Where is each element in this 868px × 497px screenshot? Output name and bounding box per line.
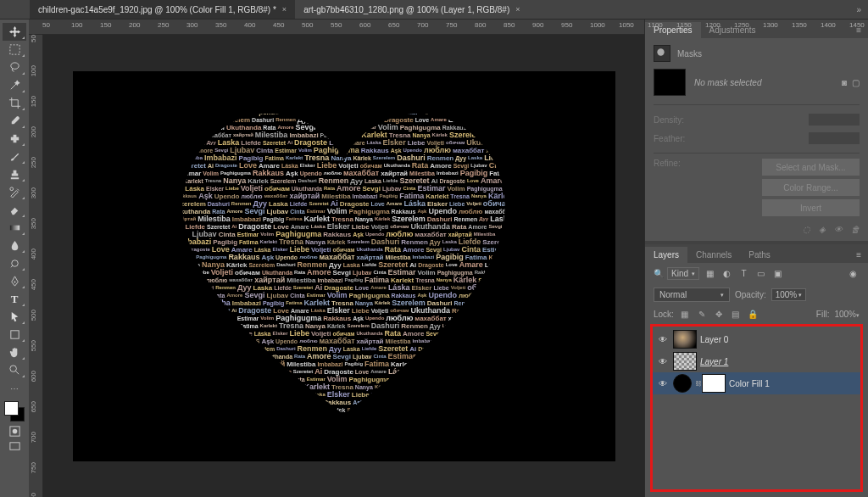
- ruler-vertical[interactable]: 5010015020025030035040045050055060065070…: [29, 35, 43, 497]
- svg-rect-8: [10, 331, 18, 338]
- opacity-input[interactable]: 100%▾: [771, 288, 807, 301]
- tab-label: children-gac14a5e9f_1920.jpg @ 100% (Col…: [38, 5, 276, 14]
- apply-mask-icon[interactable]: ◈: [819, 225, 826, 234]
- masks-label: Masks: [677, 49, 702, 59]
- hand-tool[interactable]: [3, 343, 26, 361]
- document[interactable]: LoveAmareLáskaElskerLiebeVoljetiобичамUk…: [73, 71, 615, 461]
- layers-list: 👁Layer 0👁Layer 1👁⛓Color Fill 1: [650, 324, 863, 492]
- layer-mask-thumbnail[interactable]: [702, 374, 726, 393]
- layer-thumbnail[interactable]: [673, 374, 692, 393]
- type-tool[interactable]: T: [3, 290, 26, 308]
- dodge-tool[interactable]: [3, 254, 26, 272]
- move-tool[interactable]: [3, 23, 26, 41]
- svg-point-4: [9, 187, 13, 191]
- filter-shape-icon[interactable]: ▭: [754, 267, 767, 280]
- close-icon[interactable]: ×: [515, 5, 520, 14]
- svg-point-9: [9, 366, 16, 372]
- feather-label: Feather:: [654, 134, 685, 143]
- filter-smart-icon[interactable]: ▣: [771, 267, 784, 280]
- marquee-tool[interactable]: [3, 41, 26, 59]
- layer-name[interactable]: Color Fill 1: [729, 379, 857, 388]
- quick-mask-icon[interactable]: [3, 425, 26, 437]
- lock-label: Lock:: [654, 310, 674, 319]
- pixel-mask-icon[interactable]: ◙: [842, 78, 847, 87]
- eraser-tool[interactable]: [3, 201, 26, 219]
- mask-thumbnail: [654, 69, 686, 96]
- panel-menu-icon[interactable]: ≡: [849, 247, 868, 263]
- tab-channels[interactable]: Channels: [687, 247, 740, 263]
- foreground-color[interactable]: [4, 401, 19, 416]
- lock-all-icon[interactable]: 🔒: [747, 308, 759, 320]
- vector-mask-icon[interactable]: ▢: [852, 78, 860, 87]
- pen-tool[interactable]: [3, 272, 26, 290]
- delete-mask-icon[interactable]: 🗑: [851, 225, 860, 234]
- eyedropper-tool[interactable]: [3, 112, 26, 130]
- wand-tool[interactable]: [3, 76, 26, 94]
- canvas[interactable]: LoveAmareLáskaElskerLiebeVoljetiобичамUk…: [43, 35, 644, 497]
- blur-tool[interactable]: [3, 237, 26, 254]
- load-selection-icon[interactable]: ◌: [803, 225, 810, 234]
- tab-layers[interactable]: Layers: [645, 247, 687, 263]
- gradient-tool[interactable]: [3, 219, 26, 237]
- no-mask-label: No mask selected: [694, 78, 761, 87]
- layer-row[interactable]: 👁Layer 1: [653, 350, 860, 372]
- svg-point-7: [14, 282, 15, 283]
- svg-rect-0: [9, 45, 19, 54]
- edit-toolbar-icon[interactable]: ⋯: [3, 383, 26, 394]
- brush-tool[interactable]: [3, 148, 26, 165]
- density-slider[interactable]: [809, 114, 860, 126]
- stamp-tool[interactable]: [3, 165, 26, 183]
- color-range-button[interactable]: Color Range...: [762, 179, 860, 196]
- toolbar: T ⋯: [0, 20, 29, 497]
- visibility-toggle[interactable]: 👁: [656, 335, 670, 344]
- crop-tool[interactable]: [3, 94, 26, 112]
- layer-thumbnail[interactable]: [673, 330, 697, 349]
- visibility-toggle[interactable]: 👁: [656, 357, 670, 366]
- filter-toggle[interactable]: ◉: [847, 267, 860, 280]
- color-swatches[interactable]: [4, 401, 25, 422]
- path-select-tool[interactable]: [3, 308, 26, 326]
- visibility-toggle[interactable]: 👁: [656, 379, 670, 388]
- doc-tabs-chevrons[interactable]: »: [849, 5, 868, 14]
- refine-label: Refine:: [654, 159, 681, 220]
- svg-rect-12: [9, 442, 19, 449]
- lock-artboard-icon[interactable]: ▤: [730, 308, 742, 320]
- doc-tab-1[interactable]: children-gac14a5e9f_1920.jpg @ 100% (Col…: [30, 0, 295, 19]
- close-icon[interactable]: ×: [282, 5, 287, 14]
- filter-pixel-icon[interactable]: ▦: [704, 267, 716, 280]
- lock-trans-icon[interactable]: ▦: [679, 308, 691, 320]
- blend-mode-dropdown[interactable]: Normal▾: [654, 288, 730, 302]
- svg-point-11: [12, 428, 17, 433]
- history-brush-tool[interactable]: [3, 183, 26, 201]
- filter-type-icon[interactable]: T: [737, 267, 750, 280]
- disable-mask-icon[interactable]: 👁: [834, 225, 843, 234]
- layer-row[interactable]: 👁Layer 0: [653, 328, 860, 350]
- svg-point-1: [10, 63, 18, 70]
- tab-label: art-gb7bb46310_1280.png @ 100% (Layer 1,…: [303, 5, 509, 14]
- layer-row[interactable]: 👁⛓Color Fill 1: [653, 372, 860, 394]
- fill-input[interactable]: 100%▾: [834, 310, 860, 319]
- svg-rect-5: [9, 226, 19, 231]
- zoom-tool[interactable]: [3, 361, 26, 379]
- invert-button[interactable]: Invert: [762, 199, 860, 216]
- filter-adjust-icon[interactable]: ◐: [721, 267, 733, 280]
- doc-tab-2[interactable]: art-gb7bb46310_1280.png @ 100% (Layer 1,…: [295, 0, 528, 19]
- feather-slider[interactable]: [809, 132, 860, 144]
- ruler-horizontal[interactable]: 5010015020025030035040045050055060065070…: [29, 20, 644, 35]
- layer-thumbnail[interactable]: [673, 352, 697, 371]
- layer-name[interactable]: Layer 1: [700, 357, 857, 366]
- lock-image-icon[interactable]: ✎: [696, 308, 708, 320]
- screen-mode-icon[interactable]: [3, 440, 26, 452]
- svg-rect-3: [13, 135, 16, 142]
- filter-kind-dropdown[interactable]: Kind▾: [667, 267, 699, 280]
- properties-panel: Masks No mask selected ◙ ▢ Density: Feat…: [645, 38, 868, 241]
- layer-name[interactable]: Layer 0: [700, 335, 857, 344]
- lock-pos-icon[interactable]: ✥: [713, 308, 725, 320]
- lasso-tool[interactable]: [3, 59, 26, 76]
- heal-tool[interactable]: [3, 130, 26, 148]
- select-and-mask-button[interactable]: Select and Mask...: [762, 159, 860, 176]
- document-tabs: children-gac14a5e9f_1920.jpg @ 100% (Col…: [0, 0, 868, 20]
- tab-paths[interactable]: Paths: [740, 247, 779, 263]
- mask-type-icon: [654, 45, 670, 62]
- shape-tool[interactable]: [3, 326, 26, 343]
